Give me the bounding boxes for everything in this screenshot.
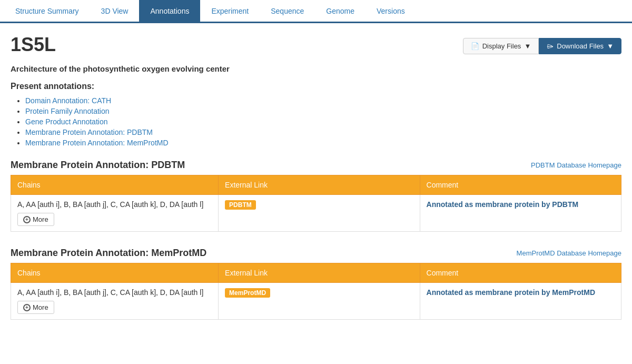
present-annotations-heading: Present annotations: [11,82,621,91]
download-files-label: Download Files [557,42,604,50]
pdbtm-chains-cell: A, AA [auth i], B, BA [auth j], C, CA [a… [11,195,219,232]
download-files-caret: ▼ [607,42,614,50]
annotation-link-gene-product[interactable]: Gene Product Annotation [25,117,107,126]
pdbtm-comment-link[interactable]: Annotated as membrane protein by PDBTM [427,200,579,209]
pdbtm-section: Membrane Protein Annotation: PDBTM PDBTM… [11,160,621,232]
memprotmd-col-ext-link: External Link [219,263,420,283]
pdbtm-badge: PDBTM [225,200,256,210]
pdbtm-more-button[interactable]: + More [17,213,54,226]
pdbtm-ext-link-cell: PDBTM [219,195,420,232]
download-icon: ⌲ [547,42,554,50]
tab-experiment[interactable]: Experiment [200,0,260,22]
pdbtm-col-comment: Comment [420,175,621,195]
table-row: A, AA [auth i], B, BA [auth j], C, CA [a… [11,195,621,232]
navigation-bar: Structure Summary 3D View Annotations Ex… [0,0,632,23]
annotations-list: Domain Annotation: CATH Protein Family A… [11,96,621,147]
annotation-link-pdbtm[interactable]: Membrane Protein Annotation: PDBTM [25,128,153,136]
memprotmd-table: Chains External Link Comment A, AA [auth… [11,263,621,320]
tab-genome[interactable]: Genome [315,0,366,22]
annotation-link-protein-family[interactable]: Protein Family Annotation [25,107,110,115]
memprotmd-more-icon: + [23,304,31,311]
tab-annotations[interactable]: Annotations [139,0,200,22]
pdbtm-more-icon: + [23,216,31,223]
memprotmd-comment-link[interactable]: Annotated as membrane protein by MemProt… [427,288,596,297]
entry-title: Architecture of the photosynthetic oxyge… [11,64,621,73]
table-row: A, AA [auth i], B, BA [auth j], C, CA [a… [11,283,621,320]
pdbtm-section-header: Membrane Protein Annotation: PDBTM PDBTM… [11,160,621,171]
present-annotations-section: Present annotations: Domain Annotation: … [11,82,621,147]
memprotmd-col-comment: Comment [420,263,621,283]
list-item: Gene Product Annotation [25,117,621,126]
memprotmd-section-title: Membrane Protein Annotation: MemProtMD [11,248,206,259]
pdbtm-more-label: More [33,215,48,223]
entry-id: 1S5L [11,34,56,56]
main-content: 1S5L 📄 Display Files ▼ ⌲ Download Files … [0,23,632,346]
display-files-label: Display Files [482,42,521,50]
pdbtm-col-ext-link: External Link [219,175,420,195]
annotation-link-cath[interactable]: Domain Annotation: CATH [25,96,111,105]
memprotmd-db-homepage-link[interactable]: MemProtMD Database Homepage [517,249,621,257]
tab-3d-view[interactable]: 3D View [90,0,140,22]
memprotmd-section: Membrane Protein Annotation: MemProtMD M… [11,248,621,320]
tab-structure-summary[interactable]: Structure Summary [4,0,90,22]
memprotmd-badge: MemProtMD [225,288,270,298]
pdbtm-section-title: Membrane Protein Annotation: PDBTM [11,160,185,171]
display-files-button[interactable]: 📄 Display Files ▼ [463,38,539,54]
memprotmd-chains-value: A, AA [auth i], B, BA [auth j], C, CA [a… [17,288,212,297]
pdbtm-db-homepage-link[interactable]: PDBTM Database Homepage [531,161,621,169]
tab-sequence[interactable]: Sequence [260,0,315,22]
pdbtm-table: Chains External Link Comment A, AA [auth… [11,175,621,232]
list-item: Domain Annotation: CATH [25,96,621,105]
memprotmd-col-chains: Chains [11,263,219,283]
pdbtm-comment-cell: Annotated as membrane protein by PDBTM [420,195,621,232]
memprotmd-chains-cell: A, AA [auth i], B, BA [auth j], C, CA [a… [11,283,219,320]
file-icon: 📄 [471,42,479,50]
memprotmd-more-label: More [33,303,48,311]
list-item: Membrane Protein Annotation: PDBTM [25,128,621,136]
memprotmd-ext-link-cell: MemProtMD [219,283,420,320]
display-files-caret: ▼ [524,42,531,50]
list-item: Membrane Protein Annotation: MemProtMD [25,139,621,147]
download-files-button[interactable]: ⌲ Download Files ▼ [539,38,621,54]
file-buttons: 📄 Display Files ▼ ⌲ Download Files ▼ [463,38,621,54]
tab-versions[interactable]: Versions [366,0,416,22]
pdbtm-chains-value: A, AA [auth i], B, BA [auth j], C, CA [a… [17,200,212,209]
header-row: 1S5L 📄 Display Files ▼ ⌲ Download Files … [11,34,621,56]
pdbtm-col-chains: Chains [11,175,219,195]
annotation-link-memprotmd[interactable]: Membrane Protein Annotation: MemProtMD [25,139,169,147]
memprotmd-more-button[interactable]: + More [17,301,54,314]
memprotmd-comment-cell: Annotated as membrane protein by MemProt… [420,283,621,320]
memprotmd-section-header: Membrane Protein Annotation: MemProtMD M… [11,248,621,259]
list-item: Protein Family Annotation [25,107,621,115]
